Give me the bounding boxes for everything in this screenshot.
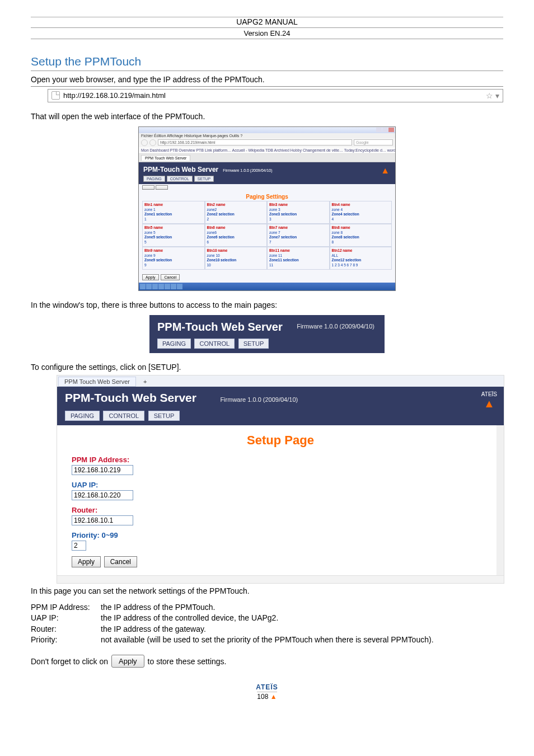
dont-forget-after: to store these settings.: [148, 657, 227, 666]
definition-row: PPM IP Address:the IP address of the PPM…: [31, 602, 503, 613]
def-desc: the IP address of the PPMTouch.: [101, 602, 503, 613]
def-term: PPM IP Address:: [31, 602, 101, 613]
after-url-text: That will open the web interface of the …: [31, 111, 503, 122]
paging-cell: Btn10 namezone 10Zone10 selection10: [205, 247, 268, 270]
def-term: UAP IP:: [31, 613, 101, 624]
tab-paging: PAGING: [143, 176, 165, 182]
paging-cell: Btn1 namezone 1Zone1 selection1: [142, 201, 205, 224]
dont-forget-before: Don't forget to click on: [31, 657, 108, 666]
logo-icon: ▲: [381, 166, 390, 176]
bookmarks-bar: Mon Dashboard PTB Overview PTB Link plat…: [139, 147, 395, 154]
setup-page-figure: PPM Touch Web Server + PPM-Touch Web Ser…: [57, 375, 504, 584]
paging-cell: Btn3 namezone 3Zone3 selection3: [267, 201, 330, 224]
tab-control: CONTROL: [167, 176, 193, 182]
priority-label: Priority: 0~99: [72, 531, 489, 539]
setup-page-title: Setup Page: [57, 425, 504, 453]
header-strip-figure: PPM-Touch Web Server Firmware 1.0.0 (200…: [149, 315, 385, 353]
cancel-button: Cancel: [161, 274, 180, 280]
def-desc: not available (will be used to set the p…: [101, 635, 503, 646]
forward-icon: [149, 139, 156, 146]
def-term: Priority:: [31, 635, 101, 646]
browser-screenshot: Fichier Édition Affichage Historique Mar…: [138, 126, 396, 291]
sf-tab-setup: SETUP: [148, 411, 180, 421]
url-bar: http://192.168.10.219/main.html ☆ ▾: [48, 89, 503, 102]
browser-menu: Fichier Édition Affichage Historique Mar…: [139, 133, 395, 138]
paging-cell: Btn4 namezone 4Zone4 selection4: [330, 201, 392, 224]
page-icon: [51, 91, 60, 100]
hs-tab-paging: PAGING: [157, 339, 191, 349]
intro-text: Open your web browser, and type the IP a…: [31, 74, 503, 87]
page-number: 108: [257, 693, 268, 701]
paging-cell: Btn7 namezone 7Zone7 selection7: [267, 224, 330, 247]
paging-cell: Btn6 namezone6Zone6 selection6: [205, 224, 268, 247]
apply-button: Apply: [142, 274, 159, 280]
scrollbar[interactable]: [496, 425, 504, 575]
definition-row: UAP IP:the IP address of the controlled …: [31, 613, 503, 624]
configure-text: To configure the settings, click on [SET…: [31, 362, 503, 373]
sfh-title: PPM-Touch Web Server: [65, 391, 196, 404]
sf-tab: PPM Touch Web Server: [58, 377, 136, 387]
setup-apply-button[interactable]: Apply: [72, 556, 101, 567]
paging-cell: Btn12 nameALLZone12 selection1 2 3 4 5 6…: [330, 247, 392, 270]
uap-ip-input[interactable]: [72, 490, 133, 500]
definition-row: Router:the IP address of the gateway.: [31, 624, 503, 635]
setup-cancel-button[interactable]: Cancel: [104, 556, 137, 567]
sf-tab-control: CONTROL: [103, 411, 144, 421]
ws-title: PPM-Touch Web Server: [143, 166, 218, 173]
ws-firmware: Firmware 1.0.0 (2009/04/10): [223, 168, 272, 172]
window-top-text: In the window's top, there is three butt…: [31, 300, 503, 311]
sfh-firmware: Firmware 1.0.0 (2009/04/10): [220, 396, 298, 403]
url-text: http://192.168.10.219/main.html: [63, 91, 486, 100]
router-input[interactable]: [72, 515, 133, 525]
paging-title: Paging Settings: [139, 191, 395, 201]
apply-button-inline[interactable]: Apply: [111, 655, 144, 668]
sf-tab-plus: +: [138, 377, 152, 386]
back-icon: [141, 139, 148, 146]
uap-ip-label: UAP IP:: [72, 481, 489, 489]
tab-setup: SETUP: [194, 176, 214, 182]
paging-cell: Btn11 namezone 11Zone11 selection11: [267, 247, 330, 270]
brand-logo-icon: ATEÏS▲: [481, 391, 497, 410]
browser-tab: PPM Touch Web Server: [141, 155, 190, 161]
in-this-page-text: In this page you can set the network set…: [31, 586, 503, 597]
paging-cell: Btn2 namezone2Zone2 selection2: [205, 201, 268, 224]
ppm-ip-label: PPM IP Address:: [72, 456, 489, 464]
hs-firmware: Firmware 1.0.0 (2009/04/10): [297, 323, 374, 330]
paging-cell: Btn8 namezone 8Zone8 selection8: [330, 224, 392, 247]
hs-tab-setup: SETUP: [238, 339, 269, 349]
address-field: http://192.168.10.219/main.html: [158, 139, 352, 145]
paging-cell: Btn5 namezone 5Zone5 selection5: [142, 224, 205, 247]
def-desc: the IP address of the controlled device,…: [101, 613, 503, 624]
hs-title: PPM-Touch Web Server: [157, 321, 283, 333]
section-title: Setup the PPMTouch: [31, 55, 503, 71]
star-icon: ☆ ▾: [486, 91, 499, 100]
search-field: Google: [354, 139, 393, 145]
hs-tab-control: CONTROL: [194, 339, 235, 349]
paging-cell: Btn9 namezone 9Zone9 selection9: [142, 247, 205, 270]
def-term: Router:: [31, 624, 101, 635]
doc-title: UAPG2 MANUAL: [31, 17, 503, 26]
definition-row: Priority:not available (will be used to …: [31, 635, 503, 646]
sf-tab-paging: PAGING: [65, 411, 100, 421]
def-desc: the IP address of the gateway.: [101, 624, 503, 635]
footer-brand: ATEÏS: [31, 683, 503, 691]
priority-input[interactable]: [72, 541, 86, 551]
ppm-ip-input[interactable]: [72, 465, 133, 475]
footer-triangle-icon: ▲: [270, 693, 277, 701]
doc-version: Version EN.24: [31, 27, 503, 39]
router-label: Router:: [72, 506, 489, 514]
